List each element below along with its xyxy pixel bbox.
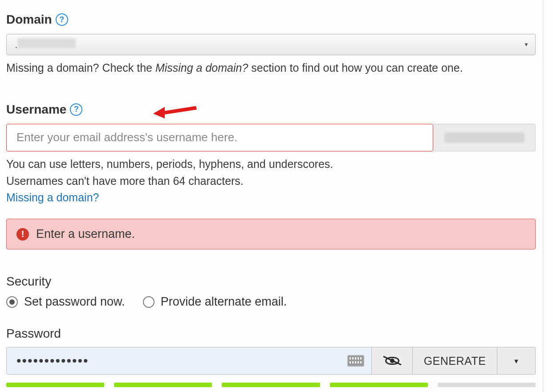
username-input[interactable] — [6, 124, 433, 151]
domain-dropdown-value: . — [15, 38, 524, 51]
redacted-domain — [18, 38, 76, 48]
domain-label: Domain ? — [6, 0, 536, 27]
domain-label-text: Domain — [6, 12, 52, 27]
username-domain-suffix — [433, 124, 536, 151]
generate-password-label: GENERATE — [424, 355, 486, 368]
chevron-down-icon: ▼ — [513, 357, 520, 365]
password-label-text: Password — [6, 327, 61, 341]
username-error-alert: ! Enter a username. — [6, 219, 536, 249]
username-label-text: Username — [6, 102, 66, 117]
generate-password-split-button[interactable]: ▼ — [497, 347, 536, 375]
password-label: Password — [6, 327, 536, 341]
generate-password-button[interactable]: GENERATE — [413, 347, 497, 375]
help-icon[interactable]: ? — [70, 103, 82, 116]
error-icon: ! — [16, 228, 29, 241]
radio-alt-email-label: Provide alternate email. — [161, 295, 287, 309]
domain-helper-text: Missing a domain? Check the Missing a do… — [6, 61, 536, 76]
radio-set-password-now[interactable]: Set password now. — [6, 295, 125, 309]
domain-helper-suffix: section to find out how you can create o… — [248, 61, 463, 74]
help-icon[interactable]: ? — [56, 13, 68, 26]
toggle-visibility-button[interactable] — [372, 347, 413, 375]
strength-segment — [6, 383, 104, 387]
redacted-domain-suffix — [444, 132, 525, 143]
username-error-text: Enter a username. — [36, 227, 135, 241]
radio-icon — [143, 296, 155, 308]
eye-slash-icon — [383, 355, 401, 366]
strength-segment — [114, 383, 212, 387]
domain-helper-emphasis: Missing a domain? — [155, 61, 248, 74]
strength-segment — [222, 383, 320, 387]
username-helper-line2: Usernames can't have more than 64 charac… — [6, 174, 536, 189]
domain-dropdown-value-text: . — [15, 38, 18, 50]
security-label: Security — [6, 274, 536, 289]
missing-domain-link[interactable]: Missing a domain? — [6, 190, 536, 205]
username-helper-line1: You can use letters, numbers, periods, h… — [6, 157, 536, 172]
keyboard-icon[interactable] — [347, 355, 364, 367]
password-strength-meter — [6, 383, 536, 387]
password-input[interactable]: ••••••••••••• — [6, 347, 372, 375]
security-label-text: Security — [6, 274, 51, 289]
chevron-down-icon: ▼ — [524, 41, 529, 48]
radio-provide-alternate-email[interactable]: Provide alternate email. — [143, 295, 287, 309]
domain-dropdown[interactable]: . ▼ — [6, 34, 536, 55]
radio-icon — [6, 296, 18, 308]
username-label: Username ? — [6, 102, 536, 117]
strength-segment — [330, 383, 428, 387]
password-input-value: ••••••••••••• — [16, 353, 89, 368]
strength-segment — [438, 383, 536, 387]
radio-set-password-label: Set password now. — [24, 295, 125, 309]
domain-helper-prefix: Missing a domain? Check the — [6, 61, 155, 74]
